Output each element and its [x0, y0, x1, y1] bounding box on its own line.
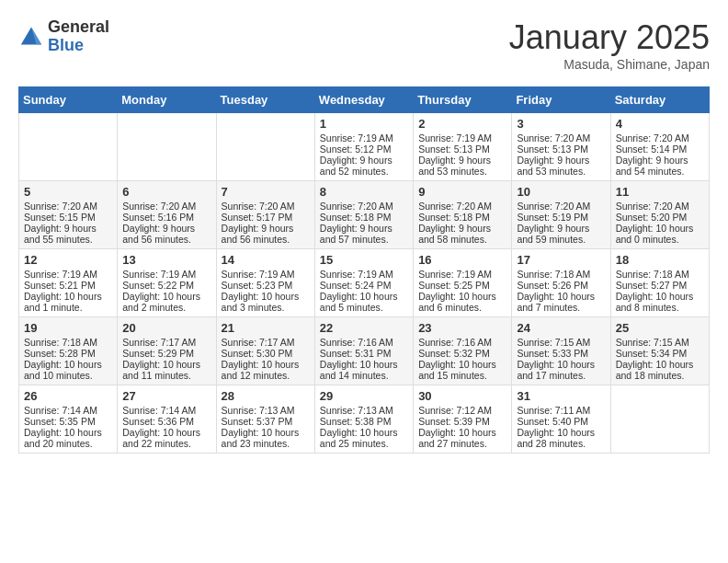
logo: General Blue: [18, 18, 109, 55]
weekday-header-tuesday: Tuesday: [216, 87, 314, 113]
day-info-line: Sunrise: 7:19 AM: [320, 132, 408, 144]
day-number: 31: [517, 389, 605, 403]
day-number: 10: [517, 185, 605, 199]
day-number: 3: [517, 117, 605, 131]
day-info-line: and 55 minutes.: [24, 234, 112, 245]
calendar-cell: 1Sunrise: 7:19 AMSunset: 5:12 PMDaylight…: [314, 113, 413, 181]
day-info-line: and 22 minutes.: [122, 438, 210, 449]
day-info-line: Sunset: 5:18 PM: [320, 212, 408, 223]
calendar-cell: 25Sunrise: 7:15 AMSunset: 5:34 PMDayligh…: [610, 317, 709, 385]
day-info-line: and 28 minutes.: [517, 438, 605, 449]
calendar-cell: 22Sunrise: 7:16 AMSunset: 5:31 PMDayligh…: [314, 317, 413, 385]
day-info-line: and 0 minutes.: [616, 234, 704, 245]
day-info-line: and 27 minutes.: [418, 438, 506, 449]
day-number: 24: [517, 321, 605, 335]
day-info-line: Daylight: 9 hours: [418, 155, 506, 166]
calendar-cell: 17Sunrise: 7:18 AMSunset: 5:26 PMDayligh…: [512, 249, 610, 317]
day-info-line: Sunset: 5:39 PM: [418, 416, 506, 427]
day-number: 29: [320, 389, 408, 403]
day-info-line: Sunset: 5:33 PM: [517, 348, 605, 359]
day-info-line: and 17 minutes.: [517, 370, 605, 381]
calendar-cell: 21Sunrise: 7:17 AMSunset: 5:30 PMDayligh…: [216, 317, 314, 385]
calendar-cell: 24Sunrise: 7:15 AMSunset: 5:33 PMDayligh…: [512, 317, 610, 385]
day-info-line: and 52 minutes.: [320, 166, 408, 177]
day-info-line: Sunset: 5:30 PM: [222, 348, 310, 359]
day-number: 25: [616, 321, 704, 335]
day-number: 14: [222, 253, 310, 267]
day-info-line: and 3 minutes.: [222, 302, 310, 313]
calendar-week-row: 1Sunrise: 7:19 AMSunset: 5:12 PMDaylight…: [19, 113, 710, 181]
title-block: January 2025 Masuda, Shimane, Japan: [509, 18, 710, 72]
weekday-header-friday: Friday: [512, 87, 610, 113]
day-info-line: Daylight: 9 hours: [320, 223, 408, 234]
day-info-line: Sunrise: 7:18 AM: [616, 269, 704, 280]
day-info-line: Sunrise: 7:16 AM: [418, 337, 506, 348]
day-info-line: Sunrise: 7:18 AM: [517, 269, 605, 280]
day-info-line: and 11 minutes.: [122, 370, 210, 381]
day-info-line: and 56 minutes.: [222, 234, 310, 245]
day-info-line: Sunrise: 7:19 AM: [222, 269, 310, 280]
day-info-line: Sunrise: 7:20 AM: [517, 132, 605, 144]
day-info-line: Sunrise: 7:17 AM: [122, 337, 210, 348]
day-info-line: Daylight: 10 hours: [122, 359, 210, 370]
day-info-line: Sunrise: 7:19 AM: [320, 269, 408, 280]
day-info-line: Sunset: 5:35 PM: [24, 416, 112, 427]
location-subtitle: Masuda, Shimane, Japan: [509, 57, 710, 72]
calendar-cell: 16Sunrise: 7:19 AMSunset: 5:25 PMDayligh…: [414, 249, 512, 317]
weekday-header-row: SundayMondayTuesdayWednesdayThursdayFrid…: [19, 87, 710, 113]
day-info-line: Daylight: 10 hours: [418, 427, 506, 438]
calendar-cell: 28Sunrise: 7:13 AMSunset: 5:37 PMDayligh…: [216, 385, 314, 454]
day-info-line: Sunset: 5:34 PM: [616, 348, 704, 359]
day-info-line: Sunset: 5:38 PM: [320, 416, 408, 427]
calendar-cell: 26Sunrise: 7:14 AMSunset: 5:35 PMDayligh…: [19, 385, 118, 454]
day-info-line: Sunset: 5:36 PM: [122, 416, 210, 427]
day-number: 26: [24, 389, 112, 403]
day-number: 5: [24, 185, 112, 199]
calendar-cell: 14Sunrise: 7:19 AMSunset: 5:23 PMDayligh…: [216, 249, 314, 317]
day-number: 11: [616, 185, 704, 199]
day-info-line: Sunrise: 7:15 AM: [517, 337, 605, 348]
day-number: 23: [418, 321, 506, 335]
day-info-line: and 8 minutes.: [616, 302, 704, 313]
calendar-week-row: 5Sunrise: 7:20 AMSunset: 5:15 PMDaylight…: [19, 181, 710, 249]
day-info-line: Daylight: 10 hours: [24, 427, 112, 438]
calendar-cell: [610, 385, 709, 454]
day-info-line: and 20 minutes.: [24, 438, 112, 449]
day-number: 20: [122, 321, 210, 335]
day-info-line: Daylight: 9 hours: [418, 223, 506, 234]
logo-icon: [18, 24, 44, 50]
day-number: 1: [320, 117, 408, 131]
day-info-line: Sunset: 5:23 PM: [222, 280, 310, 291]
day-info-line: Sunrise: 7:19 AM: [24, 269, 112, 280]
day-info-line: and 56 minutes.: [122, 234, 210, 245]
calendar-cell: 10Sunrise: 7:20 AMSunset: 5:19 PMDayligh…: [512, 181, 610, 249]
day-number: 17: [517, 253, 605, 267]
day-info-line: Sunset: 5:29 PM: [122, 348, 210, 359]
day-info-line: Sunrise: 7:11 AM: [517, 405, 605, 416]
day-info-line: Daylight: 10 hours: [222, 359, 310, 370]
calendar-week-row: 26Sunrise: 7:14 AMSunset: 5:35 PMDayligh…: [19, 385, 710, 454]
day-info-line: Sunrise: 7:17 AM: [222, 337, 310, 348]
day-info-line: Daylight: 10 hours: [320, 427, 408, 438]
day-info-line: and 12 minutes.: [222, 370, 310, 381]
calendar-cell: 7Sunrise: 7:20 AMSunset: 5:17 PMDaylight…: [216, 181, 314, 249]
logo-general-text: General: [48, 18, 109, 37]
day-info-line: Sunrise: 7:19 AM: [418, 132, 506, 144]
day-number: 19: [24, 321, 112, 335]
day-info-line: Sunrise: 7:16 AM: [320, 337, 408, 348]
day-number: 8: [320, 185, 408, 199]
day-info-line: Sunrise: 7:20 AM: [418, 201, 506, 212]
calendar-cell: 23Sunrise: 7:16 AMSunset: 5:32 PMDayligh…: [414, 317, 512, 385]
day-info-line: Sunset: 5:20 PM: [616, 212, 704, 223]
calendar-cell: 8Sunrise: 7:20 AMSunset: 5:18 PMDaylight…: [314, 181, 413, 249]
day-info-line: and 53 minutes.: [517, 166, 605, 177]
day-info-line: Sunrise: 7:13 AM: [320, 405, 408, 416]
calendar-cell: [118, 113, 216, 181]
day-info-line: and 23 minutes.: [222, 438, 310, 449]
day-info-line: Sunset: 5:17 PM: [222, 212, 310, 223]
day-info-line: Sunset: 5:22 PM: [122, 280, 210, 291]
day-info-line: Daylight: 10 hours: [517, 291, 605, 302]
day-info-line: Sunset: 5:32 PM: [418, 348, 506, 359]
day-info-line: and 2 minutes.: [122, 302, 210, 313]
calendar-cell: 13Sunrise: 7:19 AMSunset: 5:22 PMDayligh…: [118, 249, 216, 317]
